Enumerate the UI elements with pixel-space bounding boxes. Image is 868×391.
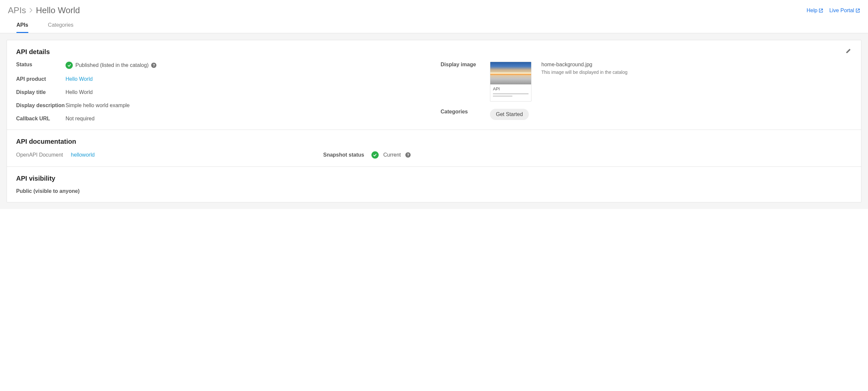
external-link-icon: [818, 8, 823, 13]
help-icon[interactable]: ?: [405, 152, 411, 158]
help-link-label: Help: [807, 7, 817, 13]
section-title-api-documentation: API documentation: [16, 138, 852, 145]
callback-url-value: Not required: [65, 116, 94, 122]
help-icon[interactable]: ?: [151, 63, 156, 68]
display-description-label: Display description: [16, 103, 65, 109]
check-circle-icon: [65, 62, 73, 69]
image-filename: home-background.jpg: [541, 62, 627, 67]
preview-card-title: API: [493, 86, 528, 91]
check-circle-icon: [371, 151, 379, 159]
api-documentation-section: API documentation OpenAPI Document hello…: [7, 130, 861, 167]
live-portal-link[interactable]: Live Portal: [829, 7, 860, 13]
section-title-api-visibility: API visibility: [16, 175, 852, 182]
openapi-document-link[interactable]: helloworld: [71, 152, 94, 158]
external-link-icon: [856, 8, 860, 13]
breadcrumb-root[interactable]: APIs: [8, 5, 26, 16]
openapi-document-label: OpenAPI Document: [16, 152, 63, 158]
tab-apis[interactable]: APIs: [17, 22, 28, 33]
visibility-value: Public (visible to anyone): [16, 188, 852, 194]
status-value: Published (listed in the catalog): [75, 62, 149, 68]
categories-label: Categories: [441, 109, 490, 115]
display-image-label: Display image: [441, 62, 490, 67]
api-details-section: API details Status Published (listed in …: [7, 40, 861, 130]
tabs: APIs Categories: [0, 16, 868, 33]
live-portal-link-label: Live Portal: [829, 7, 854, 13]
placeholder-line: [493, 93, 528, 94]
snapshot-status-label: Snapshot status: [323, 152, 364, 158]
help-link[interactable]: Help: [807, 7, 824, 13]
api-visibility-section: API visibility Public (visible to anyone…: [7, 167, 861, 202]
image-description: This image will be displayed in the cata…: [541, 69, 627, 75]
display-title-value: Hello World: [65, 89, 93, 95]
tab-categories[interactable]: Categories: [48, 22, 73, 33]
breadcrumb: APIs Hello World: [8, 5, 80, 16]
display-description-value: Simple hello world example: [65, 103, 130, 109]
edit-button[interactable]: [845, 48, 852, 55]
breadcrumb-current: Hello World: [36, 5, 80, 16]
display-image-preview: API: [490, 62, 531, 102]
api-product-label: API product: [16, 76, 65, 82]
display-title-label: Display title: [16, 89, 65, 95]
section-title-api-details: API details: [16, 48, 852, 56]
callback-url-label: Callback URL: [16, 116, 65, 122]
placeholder-line: [493, 95, 513, 96]
snapshot-status-value: Current: [383, 152, 401, 158]
chevron-right-icon: [29, 6, 33, 15]
category-chip: Get Started: [490, 109, 529, 120]
image-thumbnail: [490, 62, 531, 84]
status-label: Status: [16, 62, 65, 67]
api-product-link[interactable]: Hello World: [65, 76, 93, 82]
